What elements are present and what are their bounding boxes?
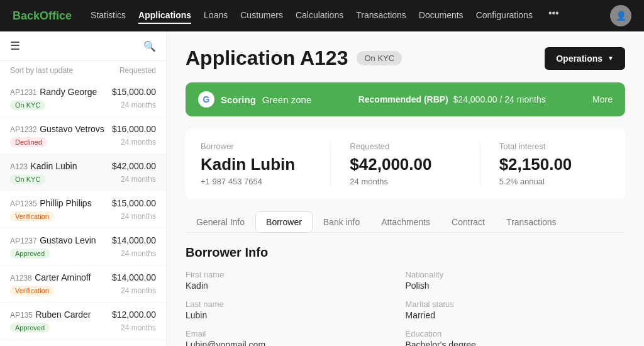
scoring-bar: G Scoring Green zone Recommended (RBP) $…	[186, 82, 625, 116]
tabs: General Info Borrower Bank info Attachme…	[186, 211, 625, 233]
requested-duration: 24 months	[350, 177, 460, 186]
sort-label: Sort by last update	[10, 66, 73, 75]
nav-documents[interactable]: Documents	[419, 8, 464, 24]
nav-transactions[interactable]: Transactions	[356, 8, 406, 24]
tab-borrower[interactable]: Borrower	[255, 211, 313, 233]
status-badge: Approved	[10, 248, 50, 259]
tab-attachments[interactable]: Attachments	[370, 211, 441, 233]
nav-more-dots[interactable]: •••	[548, 8, 559, 24]
loan-amount: $15,000.00	[112, 198, 156, 208]
page-title-group: Application A123 On KYC	[186, 47, 402, 70]
status-badge: On KYC	[357, 51, 402, 65]
loan-amount: $42,000.00	[112, 161, 156, 171]
tab-bank-info[interactable]: Bank info	[313, 211, 370, 233]
loan-duration: 24 months	[121, 212, 156, 221]
field-value: Bachelor's degree	[406, 340, 626, 346]
borrower-right-col: Nationality Polish Marital status Marrie…	[406, 270, 626, 346]
scoring-left: G Scoring Green zone	[198, 91, 311, 108]
nav-customers[interactable]: Custumers	[240, 8, 283, 24]
loan-item[interactable]: A1238 Carter Aminoff $14,000.00 Verifica…	[0, 265, 166, 303]
sidebar-header: ☰ 🔍	[0, 31, 166, 61]
interest-section: Total interest $2,150.00 5.2% annual	[480, 142, 610, 186]
loan-id: AP1232	[10, 125, 37, 134]
borrower-section: Borrower Kadin Lubin +1 987 453 7654	[201, 142, 311, 186]
info-card: Borrower Kadin Lubin +1 987 453 7654 Req…	[186, 129, 625, 199]
status-badge: Verification	[10, 211, 54, 221]
tab-contract[interactable]: Contract	[441, 211, 496, 233]
operations-button[interactable]: Operations ▼	[545, 47, 625, 70]
borrower-name: Kadin Lubin	[201, 155, 311, 174]
loan-item[interactable]: AP1235 Phillip Philips $15,000.00 Verifi…	[0, 191, 166, 228]
field-last-name: Last name Lubin	[186, 299, 406, 320]
field-email: Email Lubin@yopmail.com	[186, 329, 406, 346]
interest-rate: 5.2% annual	[499, 177, 610, 186]
loan-duration: 24 months	[121, 323, 156, 332]
interest-amount: $2,150.00	[499, 155, 610, 174]
loan-duration: 24 months	[121, 249, 156, 258]
loan-item[interactable]: AP1232 Gustavo Vetrovs $16,000.00 Declin…	[0, 117, 166, 154]
sidebar: ☰ 🔍 Sort by last update Requested AP1231…	[0, 31, 167, 346]
requested-section: Requested $42,000.00 24 months	[330, 142, 460, 186]
avatar[interactable]: 👤	[610, 5, 631, 26]
scoring-label: Scoring	[221, 94, 256, 105]
sidebar-subheader: Sort by last update Requested	[0, 61, 166, 80]
status-badge: Verification	[10, 286, 54, 296]
operations-label: Operations	[556, 53, 602, 64]
loan-id: A123	[10, 162, 28, 171]
requested-amount: $42,000.00	[350, 155, 460, 174]
loan-item[interactable]: A123 Kadin Lubin $42,000.00 On KYC 24 mo…	[0, 154, 166, 191]
borrower-phone: +1 987 453 7654	[201, 177, 311, 186]
loan-item[interactable]: AP1237 Gustavo Levin $14,000.00 Approved…	[0, 228, 166, 265]
page-header: Application A123 On KYC Operations ▼	[186, 47, 625, 70]
loan-amount: $12,000.00	[112, 310, 156, 320]
tab-transactions[interactable]: Transactions	[496, 211, 567, 233]
loan-amount: $15,000.00	[112, 87, 156, 97]
field-label: First name	[186, 270, 406, 279]
nav-loans[interactable]: Loans	[204, 8, 228, 24]
borrower-label: Borrower	[201, 142, 311, 151]
loan-duration: 24 months	[121, 101, 156, 109]
requested-label: Requested	[350, 142, 460, 151]
loan-duration: 24 months	[121, 138, 156, 147]
filter-icon[interactable]: ☰	[10, 39, 20, 53]
field-label: Education	[406, 329, 626, 338]
field-label: Nationality	[406, 270, 626, 279]
tab-general-info[interactable]: General Info	[186, 211, 255, 233]
scoring-zone: Green zone	[262, 94, 311, 105]
content-area: Application A123 On KYC Operations ▼ G S…	[167, 31, 644, 346]
borrower-grid: First name Kadin Last name Lubin Email L…	[186, 270, 625, 346]
field-value: Kadin	[186, 281, 406, 291]
loan-duration: 24 months	[121, 175, 156, 184]
nav-applications[interactable]: Applications	[138, 8, 191, 24]
field-nationality: Nationality Polish	[406, 270, 626, 291]
loan-id: AP1235	[10, 199, 37, 208]
loan-item[interactable]: AP135 Ruben Carder $12,000.00 Approved 2…	[0, 303, 166, 340]
borrower-info-section: Borrower Info First name Kadin Last name…	[186, 245, 625, 346]
nav-statistics[interactable]: Statistics	[91, 8, 126, 24]
loan-name: Kadin Lubin	[30, 161, 77, 171]
search-icon[interactable]: 🔍	[143, 40, 156, 52]
recommended-label: Recommended (RBP)	[358, 94, 448, 104]
status-badge: On KYC	[10, 174, 45, 184]
field-first-name: First name Kadin	[186, 270, 406, 291]
loan-id: AP1231	[10, 88, 37, 97]
status-badge: On KYC	[10, 100, 45, 110]
nav-calculations[interactable]: Calculations	[296, 8, 343, 24]
field-value: Lubin	[186, 310, 406, 320]
loan-name: Randy George	[40, 87, 97, 97]
loan-id: AP135	[10, 311, 33, 320]
loan-name: Ruben Carder	[35, 310, 91, 320]
status-badge: Approved	[10, 323, 50, 333]
loan-amount: $14,000.00	[112, 235, 156, 245]
nav-configurations[interactable]: Configurations	[476, 8, 533, 24]
scoring-more-link[interactable]: More	[592, 94, 613, 104]
logo[interactable]: BackOffice	[13, 9, 72, 23]
field-education: Education Bachelor's degree	[406, 329, 626, 346]
field-marital-status: Marital status Married	[406, 299, 626, 320]
loan-item[interactable]: AP1231 Randy George $15,000.00 On KYC 24…	[0, 80, 166, 117]
recommended-value: $24,000.00 / 24 months	[453, 94, 546, 104]
interest-label: Total interest	[499, 142, 610, 151]
navbar: BackOffice Statistics Applications Loans…	[0, 0, 644, 31]
loan-id: A1238	[10, 274, 32, 282]
loan-duration: 24 months	[121, 286, 156, 295]
